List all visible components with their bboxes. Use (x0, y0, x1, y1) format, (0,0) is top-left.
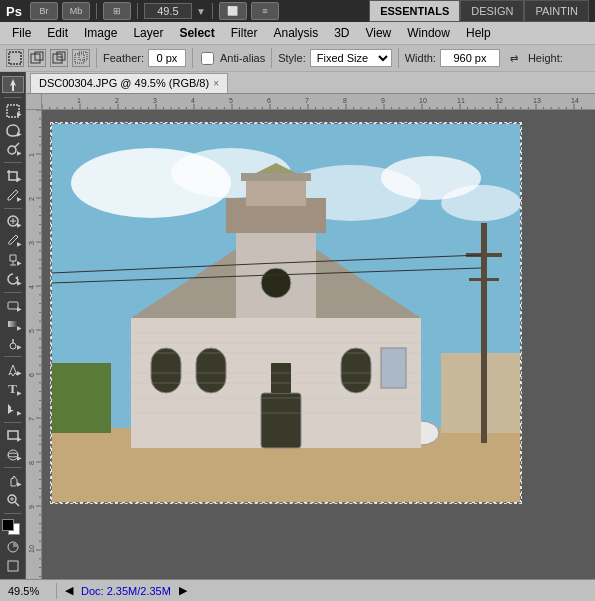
3d-tool[interactable]: ▶ (2, 446, 24, 463)
svg-line-27 (15, 502, 19, 506)
separator (192, 48, 193, 68)
menu-layer[interactable]: Layer (125, 22, 171, 44)
brush-tool[interactable]: ▶ (2, 232, 24, 249)
quick-select-tool[interactable]: ▶ (2, 141, 24, 158)
zoom-input[interactable] (144, 3, 192, 19)
heal-tool[interactable]: ▶ (2, 212, 24, 229)
menu-image[interactable]: Image (76, 22, 125, 44)
separator (56, 583, 57, 599)
menu-help[interactable]: Help (458, 22, 499, 44)
swap-icon[interactable]: ⇄ (504, 48, 524, 68)
bridge-button[interactable]: Br (30, 2, 58, 20)
lasso-tool[interactable]: ▶ (2, 121, 24, 138)
svg-point-37 (441, 185, 521, 221)
status-arrow-right[interactable]: ▶ (179, 584, 187, 597)
image-wrapper (50, 122, 522, 504)
height-label: Height: (528, 52, 563, 64)
tab-design[interactable]: DESIGN (460, 0, 524, 22)
document-tab[interactable]: DSC00304.JPG @ 49.5% (RGB/8) × (30, 73, 228, 93)
svg-rect-31 (8, 561, 18, 571)
svg-rect-0 (9, 52, 21, 64)
document-tab-name: DSC00304.JPG @ 49.5% (RGB/8) (39, 77, 209, 89)
svg-line-11 (15, 143, 19, 147)
document-tab-bar: DSC00304.JPG @ 49.5% (RGB/8) × (26, 72, 595, 94)
move-tool[interactable] (2, 76, 24, 93)
tool-separator (4, 292, 22, 293)
menu-3d[interactable]: 3D (326, 22, 357, 44)
crop-tool[interactable]: ▶ (2, 167, 24, 184)
color-swatches[interactable] (2, 519, 24, 536)
tool-separator (4, 356, 22, 357)
mini-bridge-button[interactable]: Mb (62, 2, 90, 20)
workspace-tabs: ESSENTIALS DESIGN PAINTIN (369, 0, 589, 22)
zoom-dropdown-arrow[interactable]: ▼ (196, 6, 206, 17)
svg-rect-52 (271, 363, 291, 393)
screen-mode-button[interactable]: ⬜ (219, 2, 247, 20)
svg-rect-54 (381, 348, 406, 388)
width-input[interactable] (440, 49, 500, 67)
path-select-tool[interactable]: ▶ (2, 400, 24, 417)
tab-essentials[interactable]: ESSENTIALS (369, 0, 460, 22)
sel-rect-icon[interactable] (6, 49, 24, 67)
history-brush-tool[interactable]: ▶ (2, 270, 24, 287)
screen-button[interactable] (2, 558, 24, 575)
document-tab-close[interactable]: × (213, 78, 219, 89)
menu-window[interactable]: Window (399, 22, 458, 44)
style-select[interactable]: Fixed Size Normal Fixed Ratio (310, 49, 392, 67)
canvas-container: DSC00304.JPG @ 49.5% (RGB/8) × (26, 72, 595, 579)
pen-tool[interactable]: ▶ (2, 361, 24, 378)
toolbar: ▶ ▶ ▶ ▶ ▶ ▶ ▶ ▶ (0, 72, 26, 579)
width-label: Width: (405, 52, 436, 64)
image-viewport[interactable] (42, 110, 595, 579)
title-bar: Ps Br Mb ⊞ ▼ ⬜ ≡ ESSENTIALS DESIGN PAINT… (0, 0, 595, 22)
menu-select[interactable]: Select (171, 22, 222, 44)
menu-view[interactable]: View (357, 22, 399, 44)
svg-rect-2 (35, 52, 43, 60)
shape-tool[interactable]: ▶ (2, 427, 24, 444)
feather-label: Feather: (103, 52, 144, 64)
dodge-tool[interactable]: ▶ (2, 335, 24, 352)
sel-subtract-icon[interactable] (50, 49, 68, 67)
gradient-tool[interactable]: ▶ (2, 316, 24, 333)
fg-color-swatch[interactable] (2, 519, 14, 531)
menu-analysis[interactable]: Analysis (265, 22, 326, 44)
status-bar: 49.5% ◀ Doc: 2.35M/2.35M ▶ (0, 579, 595, 601)
extras-button[interactable]: ≡ (251, 2, 279, 20)
menu-file[interactable]: File (4, 22, 39, 44)
svg-rect-49 (151, 348, 181, 393)
svg-rect-7 (79, 52, 87, 60)
menu-edit[interactable]: Edit (39, 22, 76, 44)
svg-rect-58 (469, 278, 499, 281)
ruler-corner (26, 94, 42, 110)
text-tool[interactable]: T ▶ (2, 380, 24, 398)
arrange-button[interactable]: ⊞ (103, 2, 131, 20)
status-zoom: 49.5% (8, 585, 48, 597)
canvas-scroll-area[interactable] (26, 94, 595, 579)
eyedropper-tool[interactable]: ▶ (2, 186, 24, 203)
marquee-tool[interactable]: ▶ (2, 102, 24, 119)
sel-add-icon[interactable] (28, 49, 46, 67)
separator (271, 48, 272, 68)
quick-mask-button[interactable] (2, 538, 24, 555)
tool-separator (4, 208, 22, 209)
antialias-label: Anti-alias (220, 52, 265, 64)
status-doc-size: Doc: 2.35M/2.35M (81, 585, 171, 597)
svg-rect-39 (51, 363, 111, 433)
separator (398, 48, 399, 68)
tool-separator (4, 422, 22, 423)
feather-input[interactable] (148, 49, 186, 67)
separator (96, 3, 97, 19)
hand-tool[interactable]: ▶ (2, 472, 24, 489)
tab-painting[interactable]: PAINTIN (524, 0, 589, 22)
clone-tool[interactable]: ▶ (2, 251, 24, 268)
ps-logo: Ps (6, 4, 22, 19)
zoom-tool[interactable] (2, 491, 24, 508)
antialias-checkbox[interactable] (201, 52, 214, 65)
svg-rect-4 (57, 52, 65, 60)
menu-filter[interactable]: Filter (223, 22, 266, 44)
eraser-tool[interactable]: ▶ (2, 296, 24, 313)
status-arrow-left[interactable]: ◀ (65, 584, 73, 597)
tool-separator (4, 97, 22, 98)
svg-rect-48 (241, 173, 311, 181)
sel-intersect-icon[interactable] (72, 49, 90, 67)
